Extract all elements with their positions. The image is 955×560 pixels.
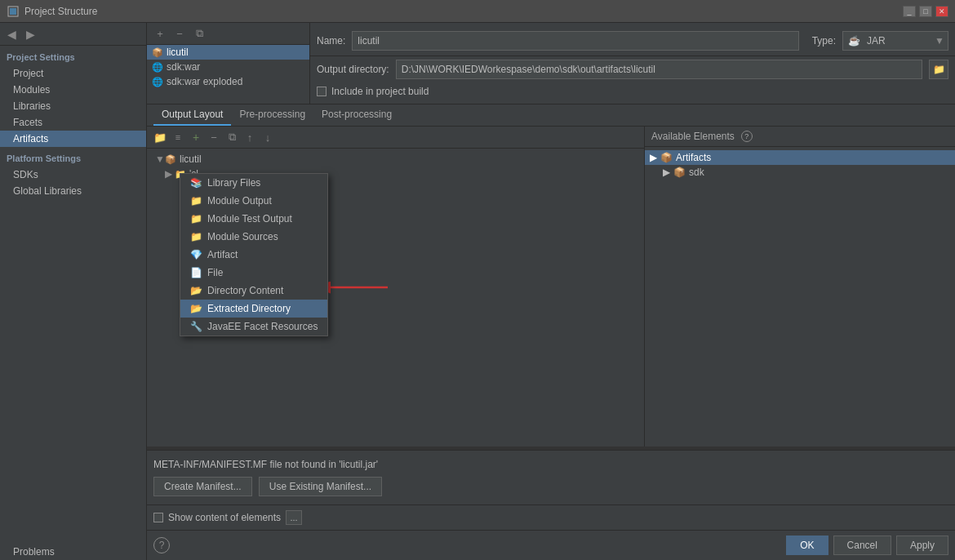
available-elements-pane: Available Elements ? ▶ 📦 Artifacts ▶ 📦 s…: [645, 127, 955, 447]
tree-up-button[interactable]: ↑: [242, 129, 258, 145]
nav-back-button[interactable]: ◀: [5, 27, 19, 42]
tab-output-layout[interactable]: Output Layout: [153, 104, 231, 126]
tree-root-item[interactable]: ▼ 📦 licutil: [147, 152, 644, 167]
include-build-row: Include in project build: [310, 82, 955, 100]
sidebar-item-problems[interactable]: Problems: [0, 544, 146, 560]
module-sources-icon: 📁: [190, 231, 202, 242]
dropdown-item-artifact[interactable]: 💎 Artifact: [180, 246, 327, 264]
available-item-artifacts[interactable]: ▶ 📦 Artifacts: [645, 150, 955, 165]
show-content-checkbox[interactable]: [153, 513, 163, 522]
tab-preprocessing[interactable]: Pre-processing: [231, 104, 313, 126]
sidebar-item-sdks[interactable]: SDKs: [0, 167, 146, 183]
dropdown-item-label: JavaEE Facet Resources: [207, 321, 318, 332]
available-elements-help-icon[interactable]: ?: [741, 131, 753, 142]
sidebar-item-label: Project: [13, 68, 43, 79]
copy-artifact-button[interactable]: ⧉: [191, 25, 207, 42]
tab-label: Post-processing: [322, 109, 392, 120]
dropdown-item-extracted-directory[interactable]: 📂 Extracted Directory: [180, 300, 327, 318]
sidebar-item-label: Problems: [13, 546, 55, 558]
create-manifest-button[interactable]: Create Manifest...: [153, 477, 252, 496]
output-dir-row: Output directory: 📁: [310, 56, 955, 82]
tree-root-label: licutil: [180, 153, 202, 165]
sidebar-item-global-libraries[interactable]: Global Libraries: [0, 183, 146, 199]
war-exploded-icon: 🌐: [152, 77, 163, 87]
name-label: Name:: [317, 35, 345, 47]
tree-expand-arrow: ▶: [165, 168, 175, 180]
sidebar-item-artifacts[interactable]: Artifacts: [0, 131, 146, 147]
minimize-button[interactable]: _: [903, 6, 916, 17]
tree-folder-button[interactable]: 📁: [152, 129, 168, 145]
use-existing-manifest-button[interactable]: Use Existing Manifest...: [259, 477, 382, 496]
dropdown-item-javaee-facet[interactable]: 🔧 JavaEE Facet Resources: [180, 318, 327, 336]
artifact-icon: 💎: [190, 249, 202, 260]
help-button[interactable]: ?: [153, 537, 170, 553]
close-button[interactable]: ✕: [935, 6, 948, 17]
artifact-label: sdk:war: [167, 61, 200, 73]
file-icon: 📄: [190, 267, 202, 278]
sdk-icon: 📦: [673, 167, 686, 178]
dropdown-item-module-test-output[interactable]: 📁 Module Test Output: [180, 210, 327, 228]
tree-down-button[interactable]: ↓: [260, 129, 276, 145]
show-more-button[interactable]: ...: [286, 510, 302, 525]
artifact-item-licutil[interactable]: 📦 licutil: [147, 45, 309, 60]
sidebar-nav-bar: ◀ ▶: [0, 23, 146, 46]
tree-remove-button[interactable]: −: [206, 129, 222, 145]
artifact-item-sdkwar-exploded[interactable]: 🌐 sdk:war exploded: [147, 74, 309, 89]
ok-button[interactable]: OK: [786, 536, 828, 555]
tabs-row: Output Layout Pre-processing Post-proces…: [147, 104, 955, 127]
dropdown-item-module-sources[interactable]: 📁 Module Sources: [180, 228, 327, 246]
dropdown-item-label: Library Files: [207, 177, 260, 189]
apply-button[interactable]: Apply: [896, 536, 948, 555]
dropdown-item-module-output[interactable]: 📁 Module Output: [180, 192, 327, 210]
dropdown-item-label: Module Sources: [207, 231, 278, 242]
expand-arrow-icon: ▶: [650, 152, 657, 163]
tab-label: Pre-processing: [239, 109, 305, 120]
output-dir-input[interactable]: [396, 60, 922, 79]
maximize-button[interactable]: □: [919, 6, 932, 17]
browse-button[interactable]: 📁: [929, 60, 948, 79]
available-elements-content: ▶ 📦 Artifacts ▶ 📦 sdk: [645, 147, 955, 447]
sidebar-item-label: Artifacts: [13, 133, 48, 144]
sidebar-item-facets[interactable]: Facets: [0, 114, 146, 131]
library-files-icon: 📚: [190, 177, 202, 189]
tree-copy-button[interactable]: ⧉: [224, 129, 240, 145]
remove-artifact-button[interactable]: −: [171, 25, 188, 42]
dropdown-menu: 📚 Library Files 📁 Module Output 📁 Module…: [180, 173, 328, 336]
sidebar-item-label: Global Libraries: [13, 185, 82, 197]
tree-content: ▼ 📦 licutil ▶ 📁 'cl: [147, 149, 644, 447]
cancel-button[interactable]: Cancel: [833, 536, 891, 555]
tree-add-button[interactable]: +: [188, 129, 204, 145]
sidebar-item-libraries[interactable]: Libraries: [0, 98, 146, 114]
manifest-buttons: Create Manifest... Use Existing Manifest…: [153, 473, 948, 500]
dropdown-item-directory-content[interactable]: 📂 Directory Content: [180, 282, 327, 300]
type-icon: ☕: [848, 35, 860, 47]
jar-icon: 📦: [165, 154, 176, 165]
type-select[interactable]: ☕ JAR ▼: [842, 31, 948, 51]
sidebar-item-project[interactable]: Project: [0, 65, 146, 82]
name-input[interactable]: [352, 31, 798, 51]
type-select-arrow: ▼: [935, 35, 944, 47]
sidebar-item-label: SDKs: [13, 169, 38, 180]
title-bar: Project Structure _ □ ✕: [0, 0, 955, 23]
javaee-icon: 🔧: [190, 321, 202, 332]
nav-forward-button[interactable]: ▶: [24, 27, 38, 42]
dropdown-item-library-files[interactable]: 📚 Library Files: [180, 174, 327, 192]
type-label: Type:: [812, 35, 836, 47]
folder-icon: 📁: [933, 64, 945, 75]
sidebar-item-label: Modules: [13, 84, 50, 96]
extracted-dir-icon: 📂: [190, 303, 202, 314]
sidebar-item-modules[interactable]: Modules: [0, 82, 146, 98]
available-item-sdk[interactable]: ▶ 📦 sdk: [645, 165, 955, 180]
tab-postprocessing[interactable]: Post-processing: [313, 104, 400, 126]
tree-expand-arrow: ▼: [155, 153, 165, 165]
artifact-item-sdkwar[interactable]: 🌐 sdk:war: [147, 60, 309, 74]
tree-pane: 📁 ≡ + − ⧉ ↑ ↓ ▼ 📦 licutil: [147, 127, 645, 447]
add-artifact-button[interactable]: +: [152, 25, 168, 42]
footer-row: ? OK Cancel Apply: [147, 530, 955, 560]
tree-list-button[interactable]: ≡: [170, 129, 186, 145]
jar-icon: 📦: [152, 47, 163, 58]
dropdown-item-file[interactable]: 📄 File: [180, 264, 327, 282]
include-build-checkbox[interactable]: [317, 87, 326, 96]
dropdown-item-label: Module Test Output: [207, 213, 292, 224]
content-split: 📁 ≡ + − ⧉ ↑ ↓ ▼ 📦 licutil: [147, 127, 955, 447]
